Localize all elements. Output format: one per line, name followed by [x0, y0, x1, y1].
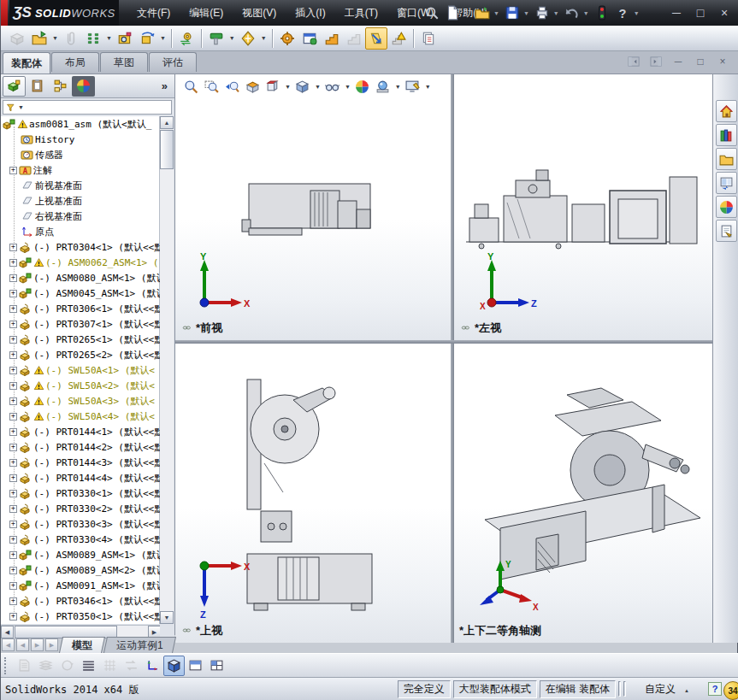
search-button[interactable] [422, 3, 442, 23]
bill-of-materials-button[interactable] [417, 27, 440, 50]
tree-item[interactable]: +(-) SWL50A<1> (默认< [1, 362, 160, 378]
large-assembly-mode-button[interactable] [365, 27, 387, 50]
tree-item[interactable]: +(-) ASM0080_ASM<1> (默认 [1, 270, 160, 285]
filter-caret-icon[interactable]: ▼ [18, 104, 24, 110]
tree-item[interactable]: +(-) ASM0091_ASM<1> (默认 [1, 578, 160, 593]
open-document-button[interactable] [472, 3, 493, 23]
dropdown-caret-icon[interactable]: ▼ [425, 84, 431, 90]
tab-布局[interactable]: 布局 [51, 52, 99, 72]
zoom-to-area-button[interactable] [201, 77, 221, 97]
smart-fasteners-button[interactable] [205, 27, 227, 50]
print-button[interactable] [532, 3, 552, 23]
layers-button[interactable] [35, 656, 56, 676]
tab-评估[interactable]: 评估 [149, 52, 197, 72]
tree-item[interactable]: 传感器 [1, 147, 160, 162]
dropdown-caret-icon[interactable]: ▼ [160, 35, 166, 41]
dropdown-caret-icon[interactable]: ▼ [523, 10, 529, 16]
tree-item[interactable]: +(-) ASM0045_ASM<1> (默认 [1, 285, 160, 301]
customize-caret-icon[interactable]: ▲ [684, 688, 689, 693]
edit-appearance-button[interactable] [352, 77, 373, 97]
tree-expand-button[interactable]: + [9, 567, 17, 574]
dropdown-caret-icon[interactable]: ▼ [634, 10, 640, 16]
tree-item[interactable]: 原点 [1, 224, 160, 239]
dropdown-caret-icon[interactable]: ▼ [583, 10, 589, 16]
section-view-button[interactable] [242, 77, 263, 97]
dropdown-caret-icon[interactable]: ▼ [285, 84, 291, 90]
tree-item[interactable]: +(-) PRT0350<1> (默认<<默 [1, 609, 160, 624]
viewport-splitter-vertical[interactable] [451, 74, 454, 643]
dropdown-caret-icon[interactable]: ▼ [261, 35, 267, 41]
viewport-splitter-horizontal[interactable] [175, 340, 712, 344]
tree-item[interactable]: +(-) PRT0330<1> (默认<<默 [1, 485, 160, 501]
help-button[interactable]: ? [612, 3, 633, 23]
tree-expand-button[interactable]: + [9, 536, 17, 544]
dropdown-caret-icon[interactable]: ▼ [106, 35, 112, 41]
tree-expand-button[interactable]: + [9, 336, 17, 344]
shaded-with-edges-button[interactable] [163, 656, 185, 676]
menu-item[interactable]: 插入(I) [286, 0, 334, 26]
close-button[interactable]: × [717, 6, 732, 20]
insert-component-button[interactable] [28, 27, 50, 50]
tree-expand-button[interactable]: + [9, 613, 17, 621]
tree-expand-button[interactable]: + [9, 597, 17, 605]
dropdown-caret-icon[interactable]: ▼ [345, 84, 351, 90]
file-explorer-button[interactable] [716, 148, 737, 170]
tree-item[interactable]: 右视基准面 [1, 209, 160, 224]
study-tab-模型[interactable]: 模型 [59, 637, 105, 653]
tree-expand-button[interactable]: + [9, 274, 17, 282]
viewport-left[interactable]: Y Z X *左视 [454, 74, 712, 340]
tree-expand-button[interactable]: + [9, 413, 17, 421]
menu-item[interactable]: 编辑(E) [180, 0, 233, 26]
doc-close-button[interactable]: × [715, 55, 730, 68]
study-nav-last-button[interactable]: ▶ [45, 638, 58, 651]
tree-expand-button[interactable]: + [9, 382, 17, 390]
assembly-features-button[interactable] [114, 27, 136, 50]
exploded-view-button[interactable] [321, 27, 343, 50]
tree-item[interactable]: +(-) PRT0265<1> (默认<<默 [1, 332, 160, 347]
customize-status-button[interactable]: 自定义▲ [638, 681, 698, 697]
menu-item[interactable]: 工具(T) [335, 0, 387, 26]
component-preview-window-button[interactable] [298, 27, 321, 50]
single-viewport-button[interactable] [185, 656, 206, 676]
restore-button[interactable]: □ [693, 6, 708, 20]
tree-expand-button[interactable]: + [9, 444, 17, 451]
dropdown-caret-icon[interactable]: ▼ [315, 84, 321, 90]
tree-item[interactable]: +(-) PRT0330<3> (默认<<默 [1, 516, 160, 532]
scroll-down-arrow[interactable]: ▼ [160, 611, 174, 624]
minimize-button[interactable]: ─ [669, 6, 684, 20]
custom-properties-button[interactable] [716, 220, 737, 242]
tree-expand-button[interactable]: + [9, 290, 17, 297]
status-help-button[interactable]: ? [708, 682, 722, 696]
move-component-button[interactable] [175, 27, 198, 50]
undo-button[interactable] [562, 3, 582, 23]
tree-expand-button[interactable]: + [9, 397, 17, 405]
view-orientation-button[interactable] [263, 77, 283, 97]
tab-装配体[interactable]: 装配体 [3, 52, 50, 74]
previous-view-button[interactable] [221, 77, 242, 97]
rebuild-traffic-light-button[interactable] [592, 3, 612, 23]
notification-badge[interactable]: 34 [723, 681, 738, 700]
attach-component-button[interactable] [60, 27, 82, 50]
four-viewports-button[interactable] [206, 656, 227, 676]
scroll-thumb[interactable] [160, 130, 174, 169]
tree-item[interactable]: +(-) PRT0346<1> (默认<<默 [1, 593, 160, 609]
tree-expand-button[interactable]: + [9, 167, 17, 174]
design-library-button[interactable] [716, 124, 737, 146]
view-settings-button[interactable] [403, 77, 423, 97]
save-button[interactable] [502, 3, 523, 23]
tree-expand-button[interactable]: + [9, 428, 17, 436]
tangent-edges-button[interactable] [78, 656, 99, 676]
simulation-button[interactable] [276, 27, 298, 50]
tree-item[interactable]: +(-) PRT0265<2> (默认<<默 [1, 347, 160, 362]
tree-expand-button[interactable]: + [9, 259, 17, 267]
tree-item[interactable]: +(-) PRT0144<4> (默认<<默 [1, 470, 160, 485]
tree-expand-button[interactable]: + [9, 459, 17, 467]
tree-item[interactable]: +(-) PRT0304<1> (默认<<默 [1, 239, 160, 255]
tree-item[interactable]: 前视基准面 [1, 178, 160, 193]
tree-expand-button[interactable]: + [9, 582, 17, 590]
tree-expand-button[interactable]: + [9, 551, 17, 559]
tree-item[interactable]: +(-) SWL50A<2> (默认< [1, 378, 160, 393]
viewport-isometric[interactable]: Y X *上下二等角轴测 [454, 344, 712, 643]
dropdown-caret-icon[interactable]: ▼ [463, 10, 469, 16]
panel-expand-button[interactable]: » [162, 79, 168, 92]
